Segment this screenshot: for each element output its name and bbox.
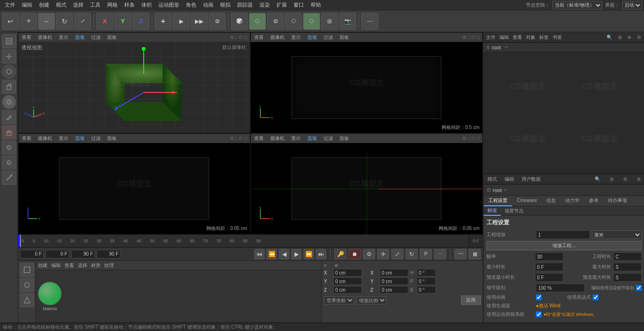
menu-select[interactable]: 选择 [70, 0, 86, 9]
tool-brush[interactable]: S [2, 140, 16, 155]
vp-t-view[interactable]: 查看 [253, 34, 265, 41]
vp-r-camera[interactable]: 摄像机 [37, 135, 54, 142]
vp-r-panel[interactable]: 面板 [106, 135, 118, 142]
mat-edit[interactable]: 编辑 [51, 262, 61, 269]
vp-p-camera[interactable]: 摄像机 [37, 34, 54, 41]
bottom-tool-2[interactable] [20, 278, 34, 292]
node-space-dropdown[interactable]: 当前（标准/物理） [552, 1, 602, 9]
tool-sculpt[interactable] [2, 171, 16, 185]
undo-button[interactable]: ↩ [2, 13, 19, 30]
menu-help[interactable]: 帮助 [308, 0, 324, 9]
menu-mesh[interactable]: 网格 [104, 0, 120, 9]
tool-extrude[interactable] [2, 125, 16, 139]
scale-button[interactable]: ⤢ [74, 13, 91, 30]
props-maxtime-input[interactable] [613, 263, 642, 271]
coord-z2-input[interactable] [380, 286, 408, 294]
scale-key-btn[interactable]: ⤢ [391, 249, 404, 259]
end-frame-input[interactable] [71, 250, 95, 258]
props-mode-tab[interactable]: 模式 [486, 175, 499, 184]
vp-t-filter[interactable]: 过滤 [322, 34, 334, 41]
vp-r-options[interactable]: 选项 [74, 135, 86, 142]
scene-search-icon[interactable]: 🔍 [607, 35, 612, 40]
tool-cube[interactable] [2, 80, 16, 94]
viewport-front[interactable]: 查看 摄像机 显示 选项 过滤 面板 ⊞ ↕ ↺ ⬡ 正视图 [250, 133, 483, 234]
play-btn[interactable]: ▶ [291, 249, 302, 259]
props-tab-cineware[interactable]: Cineware [512, 196, 542, 205]
props-prevmin-input[interactable] [535, 273, 563, 282]
root-edit-icon[interactable]: ✏ [505, 45, 508, 50]
vp-t-options[interactable]: 选项 [306, 34, 318, 41]
current-frame-input[interactable] [46, 250, 69, 258]
menu-create[interactable]: 创建 [36, 0, 52, 9]
menu-edit[interactable]: 编辑 [19, 0, 35, 9]
ortho-btn[interactable]: ⬡ [249, 13, 266, 30]
mat-create[interactable]: 创建 [38, 262, 47, 269]
coord-system-dropdown[interactable]: 世界坐标 [324, 296, 354, 304]
start-frame-input[interactable] [20, 250, 44, 258]
menu-extend[interactable]: 扩展 [274, 0, 290, 9]
vp-f-filter[interactable]: 过滤 [322, 135, 334, 142]
dope-sheet-btn[interactable]: ▩ [469, 249, 481, 259]
scene-tag-menu[interactable]: 标签 [539, 34, 549, 41]
props-scale-project-btn[interactable]: 缩放工程... [487, 241, 642, 250]
y-axis-btn[interactable]: Y [114, 13, 131, 30]
coord-z-input[interactable] [333, 286, 362, 294]
perspective-btn[interactable]: 🎲 [231, 13, 248, 30]
props-lod-input[interactable] [536, 284, 585, 292]
props-motion-check[interactable] [536, 312, 542, 317]
options-btn[interactable]: ⚙ [267, 13, 284, 30]
props-filter-icon[interactable]: ⊞ [608, 175, 616, 183]
menu-mograph[interactable]: 运动图形 [156, 0, 182, 9]
motion-path-btn[interactable]: 〰 [454, 249, 467, 259]
render-settings-btn[interactable]: ⚙ [209, 13, 226, 30]
param-key-btn[interactable]: P [420, 249, 432, 259]
props-tab-todo[interactable]: 待办事项 [603, 196, 632, 206]
vp-t-panel[interactable]: 面板 [338, 34, 350, 41]
menu-volume[interactable]: 体积 [138, 0, 155, 9]
scene-bookmark-menu[interactable]: 书签 [552, 34, 562, 41]
props-projlen-input[interactable] [613, 252, 642, 261]
render-region-btn[interactable]: ▶ [173, 13, 190, 30]
go-start-btn[interactable]: ⏮ [254, 249, 265, 259]
play-reverse-btn[interactable]: ◀ [279, 249, 289, 259]
mat-select[interactable]: 选择 [78, 262, 87, 269]
dots-key-btn[interactable]: ⋯ [434, 249, 446, 259]
props-tab-settings[interactable]: 工程设置 [484, 196, 512, 206]
timeline-ruler[interactable]: 0 5 10 15 20 25 30 35 40 45 50 55 60 65 [20, 235, 469, 247]
menu-tracker[interactable]: 跟踪器 [234, 0, 256, 9]
coord-y-input[interactable] [333, 277, 362, 285]
mat-view[interactable]: 查看 [64, 262, 74, 269]
bottom-tool-3[interactable] [20, 293, 34, 307]
rot-key-btn[interactable]: ↻ [405, 249, 418, 259]
x-axis-btn[interactable]: X [96, 13, 113, 30]
props-tab-ref[interactable]: 参考 [584, 196, 603, 206]
props-tab-info[interactable]: 信息 [542, 196, 561, 206]
live-select-button[interactable]: ✛ [20, 13, 37, 30]
coord-scale-dropdown[interactable]: 缩放比例 [356, 296, 386, 304]
tool-pen[interactable] [2, 110, 16, 124]
sub-tab-scene[interactable]: 场景节点 [501, 207, 527, 215]
go-end-btn[interactable]: ⏭ [316, 249, 326, 259]
tool-paint[interactable] [2, 64, 16, 79]
coord-apply-button[interactable]: 应用 [461, 295, 481, 305]
vp-t-camera[interactable]: 摄像机 [269, 34, 286, 41]
rotate-button[interactable]: ↻ [56, 13, 73, 30]
keyframe-btn[interactable]: 🔑 [334, 249, 347, 259]
record-btn[interactable]: ⏺ [349, 249, 361, 259]
preview-end-input[interactable] [97, 250, 120, 258]
more-btn[interactable]: ⋯ [361, 13, 378, 30]
prev-frame-btn[interactable]: ⏪ [267, 249, 277, 259]
menu-window[interactable]: 窗口 [291, 0, 307, 9]
props-scale-input[interactable] [536, 230, 590, 239]
props-expand-icon[interactable]: ⊕ [635, 175, 643, 183]
scene-settings-icon[interactable]: ⚙ [637, 35, 641, 40]
menu-simulate[interactable]: 模拟 [217, 0, 233, 9]
coord-x-input[interactable] [333, 269, 362, 276]
coord-x2-input[interactable] [380, 269, 408, 276]
camera-btn[interactable]: 📷 [339, 13, 356, 30]
props-tab-dynamics[interactable]: 动力学 [561, 196, 584, 206]
scene-file-menu[interactable]: 文件 [486, 34, 496, 41]
tool-s2[interactable]: S [2, 156, 16, 170]
interface-dropdown[interactable]: 启动 [622, 1, 642, 9]
material-item[interactable]: Materia [38, 282, 62, 311]
